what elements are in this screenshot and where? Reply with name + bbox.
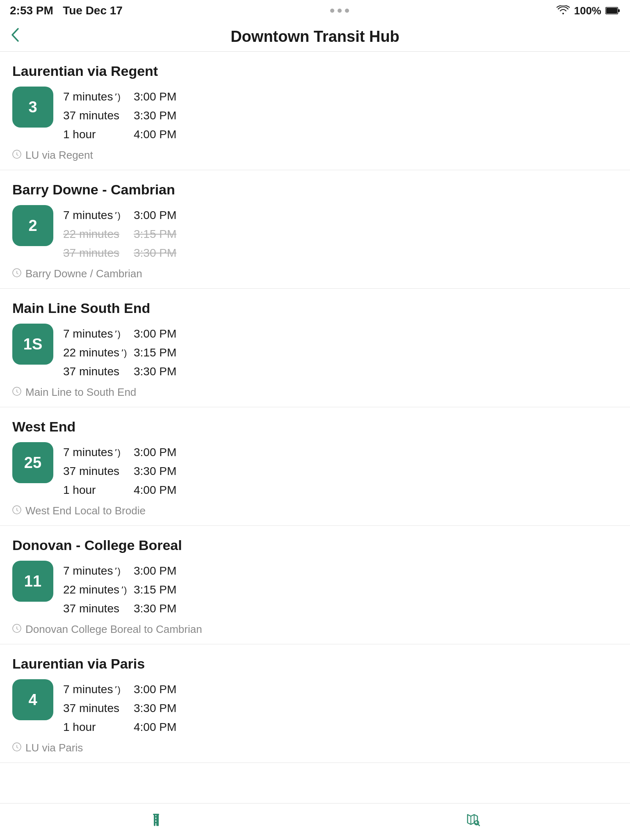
page-header: Downtown Transit Hub [0, 21, 630, 52]
dot-2 [338, 9, 342, 13]
status-center-dots [330, 9, 349, 13]
realtime-icon-route-1s-1: ʼ) [121, 346, 127, 360]
route-subtitle-text-route-2: Barry Downe / Cambrian [25, 267, 142, 280]
time-row-route-2-0: 7 minutes ʼ)3:00 PM [63, 207, 176, 224]
realtime-icon-route-25-0: ʼ) [114, 446, 120, 459]
route-subtitle-icon-route-3 [12, 149, 21, 162]
realtime-icon-route-11-1: ʼ) [121, 583, 127, 597]
time-duration-route-4-0: 7 minutes ʼ) [63, 681, 129, 698]
time-clock-route-25-1: 3:30 PM [134, 463, 176, 480]
time-row-route-2-2: 37 minutes3:30 PM [63, 244, 176, 262]
route-subtitle-text-route-3: LU via Regent [25, 149, 93, 162]
realtime-icon-route-11-0: ʼ) [114, 564, 120, 578]
route-badge-route-25: 25 [12, 442, 53, 483]
back-button[interactable] [10, 27, 20, 46]
route-body-route-4: 47 minutes ʼ)3:00 PM37 minutes3:30 PM1 h… [12, 679, 618, 736]
time-duration-route-1s-1: 22 minutes ʼ) [63, 344, 129, 361]
svg-rect-13 [154, 822, 158, 823]
time-duration-route-11-1: 22 minutes ʼ) [63, 581, 129, 598]
time-clock-route-11-0: 3:00 PM [134, 562, 176, 580]
svg-line-19 [478, 824, 480, 826]
route-body-route-25: 257 minutes ʼ)3:00 PM37 minutes3:30 PM1 … [12, 442, 618, 499]
time-row-route-2-1: 22 minutes3:15 PM [63, 226, 176, 243]
dot-3 [345, 9, 349, 13]
time-row-route-3-0: 7 minutes ʼ)3:00 PM [63, 88, 176, 105]
time-row-route-4-1: 37 minutes3:30 PM [63, 700, 176, 717]
route-times-route-1s: 7 minutes ʼ)3:00 PM22 minutes ʼ)3:15 PM3… [63, 324, 176, 380]
status-right: 100% [557, 5, 620, 17]
route-name-route-4: Laurentian via Paris [12, 656, 618, 672]
time-duration-route-3-2: 1 hour [63, 126, 129, 143]
time-clock-route-1s-1: 3:15 PM [134, 344, 176, 361]
time-duration-route-2-1: 22 minutes [63, 226, 129, 243]
route-subtitle-icon-route-4 [12, 742, 21, 754]
dot-1 [330, 9, 334, 13]
map-search-icon [464, 812, 481, 831]
route-name-route-3: Laurentian via Regent [12, 63, 618, 79]
route-item-route-4[interactable]: Laurentian via Paris47 minutes ʼ)3:00 PM… [0, 644, 630, 763]
time-duration-route-25-1: 37 minutes [63, 463, 129, 480]
battery-percentage: 100% [574, 5, 601, 17]
time-duration-route-1s-0: 7 minutes ʼ) [63, 325, 129, 342]
route-subtitle-text-route-11: Donovan College Boreal to Cambrian [25, 623, 202, 636]
time-row-route-25-0: 7 minutes ʼ)3:00 PM [63, 444, 176, 461]
realtime-icon-route-3-0: ʼ) [114, 90, 120, 104]
page-title: Downtown Transit Hub [231, 28, 399, 46]
route-item-route-11[interactable]: Donovan - College Boreal117 minutes ʼ)3:… [0, 526, 630, 644]
route-item-route-3[interactable]: Laurentian via Regent37 minutes ʼ)3:00 P… [0, 52, 630, 170]
realtime-icon-route-2-0: ʼ) [114, 209, 120, 222]
time-row-route-1s-1: 22 minutes ʼ)3:15 PM [63, 344, 176, 361]
route-subtitle-icon-route-25 [12, 504, 21, 517]
time-clock-route-4-1: 3:30 PM [134, 700, 176, 717]
time-clock-route-2-0: 3:00 PM [134, 207, 176, 224]
route-subtitle-text-route-1s: Main Line to South End [25, 386, 136, 399]
time-row-route-1s-0: 7 minutes ʼ)3:00 PM [63, 325, 176, 342]
status-bar: 2:53 PM Tue Dec 17 100% [0, 0, 630, 21]
route-item-route-25[interactable]: West End257 minutes ʼ)3:00 PM37 minutes3… [0, 407, 630, 526]
route-times-route-4: 7 minutes ʼ)3:00 PM37 minutes3:30 PM1 ho… [63, 679, 176, 736]
route-times-route-2: 7 minutes ʼ)3:00 PM22 minutes3:15 PM37 m… [63, 205, 176, 262]
tab-schedule[interactable] [0, 812, 315, 831]
route-subtitle-text-route-4: LU via Paris [25, 742, 83, 754]
route-body-route-11: 117 minutes ʼ)3:00 PM22 minutes ʼ)3:15 P… [12, 561, 618, 617]
route-subtitle-text-route-25: West End Local to Brodie [25, 504, 146, 517]
time-clock-route-25-2: 4:00 PM [134, 482, 176, 499]
svg-rect-14 [158, 814, 159, 826]
time-clock-route-3-0: 3:00 PM [134, 88, 176, 105]
route-subtitle-route-11: Donovan College Boreal to Cambrian [12, 623, 618, 636]
route-subtitle-icon-route-1s [12, 386, 21, 399]
time-duration-route-2-0: 7 minutes ʼ) [63, 207, 129, 224]
route-badge-route-3: 3 [12, 87, 53, 128]
wifi-icon [557, 5, 570, 17]
route-name-route-25: West End [12, 419, 618, 435]
realtime-icon-route-1s-0: ʼ) [114, 327, 120, 341]
tab-map[interactable] [315, 812, 630, 831]
route-list: Laurentian via Regent37 minutes ʼ)3:00 P… [0, 52, 630, 804]
time-duration-route-11-2: 37 minutes [63, 600, 129, 617]
route-subtitle-icon-route-11 [12, 623, 21, 636]
route-name-route-2: Barry Downe - Cambrian [12, 182, 618, 198]
route-subtitle-route-1s: Main Line to South End [12, 386, 618, 399]
time-row-route-4-0: 7 minutes ʼ)3:00 PM [63, 681, 176, 698]
route-subtitle-route-25: West End Local to Brodie [12, 504, 618, 517]
route-item-route-2[interactable]: Barry Downe - Cambrian27 minutes ʼ)3:00 … [0, 170, 630, 289]
time-clock-route-11-1: 3:15 PM [134, 581, 176, 598]
time-duration-route-3-0: 7 minutes ʼ) [63, 88, 129, 105]
route-name-route-1s: Main Line South End [12, 300, 618, 316]
time-row-route-3-1: 37 minutes3:30 PM [63, 107, 176, 124]
realtime-icon-route-4-0: ʼ) [114, 683, 120, 696]
route-times-route-25: 7 minutes ʼ)3:00 PM37 minutes3:30 PM1 ho… [63, 442, 176, 499]
route-body-route-2: 27 minutes ʼ)3:00 PM22 minutes3:15 PM37 … [12, 205, 618, 262]
svg-rect-2 [618, 9, 620, 12]
time-clock-route-11-2: 3:30 PM [134, 600, 176, 617]
route-badge-route-2: 2 [12, 205, 53, 246]
time-duration-route-4-1: 37 minutes [63, 700, 129, 717]
time-clock-route-3-2: 4:00 PM [134, 126, 176, 143]
route-subtitle-route-2: Barry Downe / Cambrian [12, 267, 618, 280]
time-clock-route-1s-0: 3:00 PM [134, 325, 176, 342]
route-name-route-11: Donovan - College Boreal [12, 537, 618, 553]
route-item-route-1s[interactable]: Main Line South End1S7 minutes ʼ)3:00 PM… [0, 289, 630, 407]
tab-bar [0, 803, 630, 840]
route-times-route-11: 7 minutes ʼ)3:00 PM22 minutes ʼ)3:15 PM3… [63, 561, 176, 617]
svg-rect-15 [153, 814, 159, 815]
